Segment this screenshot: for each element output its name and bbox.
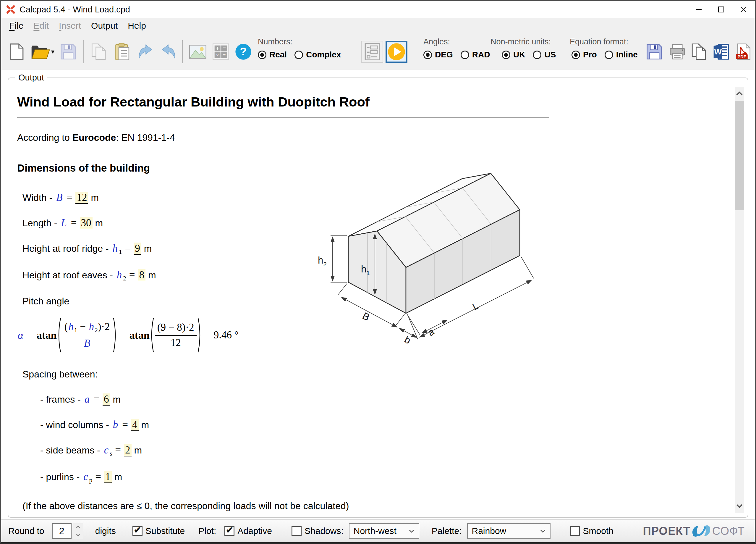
scroll-down-button[interactable] bbox=[735, 499, 744, 513]
save-output-icon bbox=[646, 44, 662, 60]
shadows-direction-select[interactable]: North-west bbox=[349, 523, 419, 539]
check-icon: ✔ bbox=[134, 526, 141, 535]
save-output-button[interactable] bbox=[645, 42, 663, 61]
format-group: Equation format: Pro Inline bbox=[570, 37, 638, 59]
radio-real[interactable]: Real bbox=[258, 50, 287, 59]
copy-output-icon bbox=[691, 43, 707, 60]
numbers-group: Numbers: Real Complex bbox=[258, 37, 341, 59]
copy-output-button[interactable] bbox=[690, 42, 708, 61]
input-form-icon bbox=[365, 43, 380, 60]
calcpad-logo-icon bbox=[5, 4, 16, 15]
image-icon bbox=[189, 45, 206, 59]
smooth-checkbox[interactable]: ✔ bbox=[570, 526, 580, 536]
menu-file[interactable]: File bbox=[4, 19, 28, 33]
svg-text:×: × bbox=[216, 52, 219, 58]
angles-label: Angles: bbox=[423, 37, 490, 46]
radio-inline[interactable]: Inline bbox=[605, 50, 638, 59]
chevron-down-icon bbox=[540, 529, 546, 533]
word-icon: W bbox=[713, 43, 729, 60]
check-icon: ✔ bbox=[226, 526, 233, 535]
svg-text:?: ? bbox=[240, 45, 247, 58]
export-pdf-button[interactable]: PDF bbox=[734, 42, 752, 61]
palette-select[interactable]: Rainbow bbox=[467, 523, 551, 539]
calculator-button[interactable]: + − × = bbox=[212, 42, 230, 61]
window-controls bbox=[687, 1, 755, 18]
toolbar-separator bbox=[182, 40, 183, 63]
paste-button[interactable] bbox=[114, 42, 132, 61]
window-title: Calcpad 5.4 - Wind Load.cpd bbox=[20, 5, 130, 14]
menu-edit-rest: dit bbox=[39, 21, 49, 30]
output-panel: Output Wind Load for Rectangular Buildin… bbox=[8, 73, 748, 518]
radio-dot bbox=[294, 51, 303, 59]
maximize-button[interactable] bbox=[710, 1, 732, 18]
radio-dot bbox=[258, 51, 266, 59]
help-button[interactable]: ? bbox=[234, 42, 252, 61]
format-label: Equation format: bbox=[570, 37, 638, 46]
copy-button[interactable] bbox=[90, 42, 108, 61]
radio-dot bbox=[423, 51, 432, 59]
redo-button[interactable] bbox=[159, 42, 177, 61]
radio-deg[interactable]: DEG bbox=[423, 50, 453, 59]
copy-icon bbox=[91, 43, 107, 60]
according-line: According to Eurocode: EN 1991-1-4 bbox=[17, 132, 731, 143]
menu-help[interactable]: Help bbox=[123, 19, 151, 33]
radio-uk[interactable]: UK bbox=[502, 50, 525, 59]
redo-icon bbox=[160, 44, 177, 59]
substitute-label: Substitute bbox=[145, 526, 185, 536]
chevron-down-icon bbox=[736, 504, 743, 508]
angles-group: Angles: DEG RAD bbox=[423, 37, 490, 59]
radio-us[interactable]: US bbox=[533, 50, 556, 59]
dim-h2-label: h2 bbox=[318, 255, 327, 267]
title-bar: Calcpad 5.4 - Wind Load.cpd bbox=[1, 1, 755, 18]
save-icon bbox=[60, 44, 76, 60]
open-file-button[interactable] bbox=[30, 42, 55, 61]
radio-dot bbox=[605, 51, 613, 59]
radio-complex[interactable]: Complex bbox=[294, 50, 341, 59]
units-group: Non-metric units: UK US bbox=[490, 37, 556, 59]
spinner-down-icon bbox=[76, 533, 80, 536]
shadows-checkbox[interactable]: ✔ bbox=[292, 526, 302, 536]
numbers-label: Numbers: bbox=[258, 37, 341, 46]
adaptive-label: Adaptive bbox=[237, 526, 272, 536]
dim-b-label: b bbox=[403, 334, 413, 346]
svg-text:+: + bbox=[216, 45, 219, 51]
minimize-button[interactable] bbox=[687, 1, 710, 18]
adaptive-checkbox[interactable]: ✔ bbox=[224, 526, 234, 536]
side-beams-line: - side beams - cs=2m bbox=[40, 444, 731, 457]
dim-B-label: B bbox=[361, 310, 372, 323]
smooth-label: Smooth bbox=[583, 526, 613, 536]
open-paren-glyph bbox=[150, 317, 154, 354]
shadows-label: Shadows: bbox=[305, 526, 344, 536]
round-to-spinner[interactable] bbox=[73, 523, 83, 539]
substitute-checkbox[interactable]: ✔ bbox=[132, 526, 143, 536]
building-diagram: h2 h1 B b a L bbox=[300, 156, 536, 346]
new-file-icon bbox=[10, 43, 24, 60]
print-button[interactable] bbox=[668, 42, 687, 61]
radio-dot bbox=[572, 51, 580, 59]
insert-image-button[interactable] bbox=[189, 42, 207, 61]
undo-button[interactable] bbox=[137, 42, 155, 61]
run-calculation-button[interactable] bbox=[386, 41, 407, 63]
scrollbar-thumb[interactable] bbox=[735, 101, 744, 210]
frames-line: - frames - a=6m bbox=[40, 394, 731, 405]
output-document: Wind Load for Rectangular Building with … bbox=[8, 82, 731, 517]
save-button[interactable] bbox=[59, 42, 77, 61]
spinner-up-icon bbox=[76, 526, 80, 529]
round-to-input[interactable] bbox=[52, 523, 72, 539]
radio-rad[interactable]: RAD bbox=[461, 50, 490, 59]
scroll-up-button[interactable] bbox=[735, 87, 744, 100]
input-form-button[interactable] bbox=[361, 41, 383, 63]
app-window: Calcpad 5.4 - Wind Load.cpd File Edit In… bbox=[0, 0, 756, 544]
units-label: Non-metric units: bbox=[490, 37, 556, 46]
new-file-button[interactable] bbox=[8, 42, 26, 61]
export-word-button[interactable]: W bbox=[712, 42, 730, 61]
menu-output[interactable]: Output bbox=[86, 19, 123, 33]
vertical-scrollbar[interactable] bbox=[735, 87, 744, 513]
radio-dot bbox=[533, 51, 541, 59]
open-paren-glyph bbox=[57, 317, 61, 354]
toolbar-separator bbox=[83, 40, 84, 63]
radio-pro[interactable]: Pro bbox=[572, 50, 597, 59]
undo-icon bbox=[137, 44, 154, 59]
page-title: Wind Load for Rectangular Building with … bbox=[17, 94, 731, 110]
close-button[interactable] bbox=[732, 1, 755, 18]
